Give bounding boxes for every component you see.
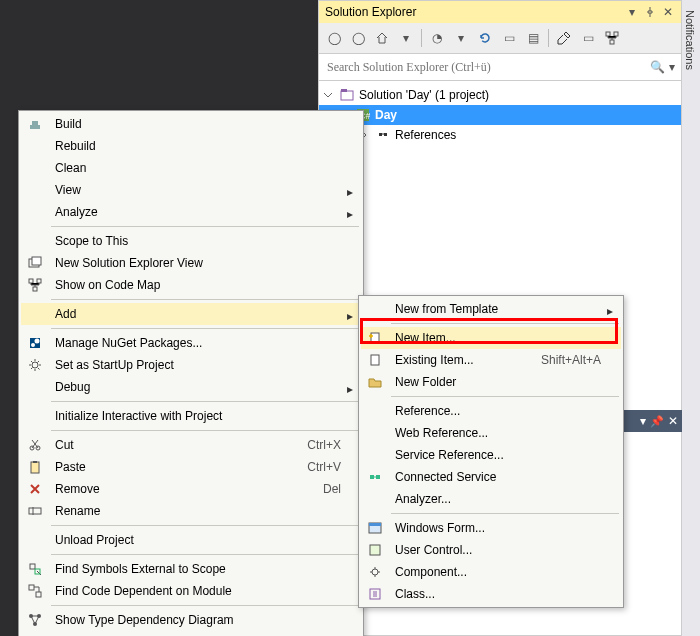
ctx-item-findcode[interactable]: Find Code Dependent on Module — [21, 580, 361, 602]
menu-item-label: Clean — [49, 161, 361, 175]
codemap-icon[interactable] — [601, 27, 623, 49]
separator — [421, 29, 422, 47]
ctx-item-add[interactable]: Add▸ — [21, 303, 361, 325]
menu-item-label: Component... — [389, 565, 621, 579]
ctx-item-remove[interactable]: RemoveDel — [21, 478, 361, 500]
svg-rect-23 — [33, 461, 37, 463]
add-item-anlz[interactable]: Analyzer... — [361, 488, 621, 510]
ctx-item-initinter[interactable]: Initialize Interactive with Project — [21, 405, 361, 427]
svg-rect-15 — [33, 287, 37, 291]
ctx-item-debug[interactable]: Debug▸ — [21, 376, 361, 398]
blank-icon — [361, 400, 389, 422]
add-item-existitem[interactable]: Existing Item...Shift+Alt+A — [361, 349, 621, 371]
dropdown-icon[interactable]: ▾ — [625, 5, 639, 19]
menu-item-label: New Solution Explorer View — [49, 256, 361, 270]
blank-icon — [21, 179, 49, 201]
add-item-webref[interactable]: Web Reference... — [361, 422, 621, 444]
collapse-icon[interactable]: ▭ — [498, 27, 520, 49]
menu-item-label: Remove — [49, 482, 323, 496]
ctx-item-paste[interactable]: PasteCtrl+V — [21, 456, 361, 478]
dropdown-icon[interactable]: ▾ — [640, 414, 646, 428]
ctx-item-analyze[interactable]: Analyze▸ — [21, 201, 361, 223]
refresh-icon[interactable] — [474, 27, 496, 49]
menu-item-label: Cut — [49, 438, 307, 452]
tree-row-project[interactable]: C# Day — [319, 105, 681, 125]
svg-rect-1 — [614, 32, 618, 36]
menu-separator — [51, 605, 359, 606]
ctx-item-newsev[interactable]: New Solution Explorer View — [21, 252, 361, 274]
back-icon[interactable]: ◯ — [323, 27, 345, 49]
menu-item-label: Unload Project — [49, 533, 361, 547]
expand-icon[interactable] — [323, 90, 335, 100]
pin-icon[interactable] — [643, 5, 657, 19]
add-item-newfolder[interactable]: New Folder — [361, 371, 621, 393]
svg-rect-3 — [341, 91, 353, 100]
userctl-icon — [361, 539, 389, 561]
showall-icon[interactable]: ▤ — [522, 27, 544, 49]
ctx-item-view[interactable]: View▸ — [21, 179, 361, 201]
svg-point-39 — [372, 569, 378, 575]
ctx-item-codemap[interactable]: Show on Code Map — [21, 274, 361, 296]
menu-separator — [51, 401, 359, 402]
menu-item-label: User Control... — [389, 543, 621, 557]
add-item-ref[interactable]: Reference... — [361, 400, 621, 422]
ctx-item-startup[interactable]: Set as StartUp Project — [21, 354, 361, 376]
tree-row-solution[interactable]: Solution 'Day' (1 project) — [319, 85, 681, 105]
add-item-class[interactable]: Class... — [361, 583, 621, 605]
type-dep-icon — [21, 609, 49, 631]
search-input[interactable] — [325, 59, 650, 76]
menu-item-label: Analyzer... — [389, 492, 621, 506]
ctx-item-findsym[interactable]: Find Symbols External to Scope — [21, 558, 361, 580]
home-icon[interactable] — [371, 27, 393, 49]
ctx-item-build[interactable]: Build — [21, 113, 361, 135]
ctx-item-rename[interactable]: Rename — [21, 500, 361, 522]
add-item-winform[interactable]: Windows Form... — [361, 517, 621, 539]
ctx-item-projdep[interactable]: Show Project Dependency Diagram — [21, 631, 361, 636]
pin-icon[interactable]: 📌 — [650, 415, 664, 428]
notifications-tab[interactable]: Notifications — [682, 0, 700, 636]
menu-item-label: New Folder — [389, 375, 621, 389]
forward-icon[interactable]: ◯ — [347, 27, 369, 49]
panel-title-bar[interactable]: Solution Explorer ▾ ✕ — [319, 1, 681, 23]
svg-rect-14 — [37, 279, 41, 283]
close-icon[interactable]: ✕ — [661, 5, 675, 19]
menu-item-label: Find Code Dependent on Module — [49, 584, 361, 598]
add-item-consvc[interactable]: Connected Service — [361, 466, 621, 488]
add-item-newtpl[interactable]: New from Template▸ — [361, 298, 621, 320]
ctx-item-cut[interactable]: CutCtrl+X — [21, 434, 361, 456]
project-context-menu: BuildRebuildCleanView▸Analyze▸Scope to T… — [18, 110, 364, 636]
sync-icon[interactable]: ▾ — [450, 27, 472, 49]
menu-item-label: Add — [49, 307, 361, 321]
ctx-item-clean[interactable]: Clean — [21, 157, 361, 179]
highlight-box — [360, 318, 618, 344]
svg-rect-28 — [36, 592, 41, 597]
paste-icon — [21, 456, 49, 478]
blank-icon — [361, 488, 389, 510]
search-bar[interactable]: 🔍 ▾ — [319, 54, 681, 81]
svg-rect-27 — [29, 585, 34, 590]
close-icon[interactable]: ✕ — [668, 414, 678, 428]
add-item-svcref[interactable]: Service Reference... — [361, 444, 621, 466]
svg-rect-34 — [370, 475, 374, 479]
svg-rect-7 — [379, 133, 382, 136]
preview-icon[interactable]: ▭ — [577, 27, 599, 49]
blank-icon — [361, 422, 389, 444]
ctx-item-typedep[interactable]: Show Type Dependency Diagram — [21, 609, 361, 631]
connected-icon — [361, 466, 389, 488]
ctx-item-unload[interactable]: Unload Project — [21, 529, 361, 551]
ctx-item-scope[interactable]: Scope to This — [21, 230, 361, 252]
tree-row-references[interactable]: References — [319, 125, 681, 145]
ctx-item-nuget[interactable]: Manage NuGet Packages... — [21, 332, 361, 354]
menu-separator — [391, 396, 619, 397]
submenu-arrow-icon: ▸ — [347, 207, 353, 221]
add-item-userctl[interactable]: User Control... — [361, 539, 621, 561]
menu-item-label: Paste — [49, 460, 307, 474]
view-icon[interactable]: ▾ — [395, 27, 417, 49]
ctx-item-rebuild[interactable]: Rebuild — [21, 135, 361, 157]
pending-icon[interactable]: ◔ — [426, 27, 448, 49]
chevron-down-icon[interactable]: ▾ — [669, 60, 675, 74]
add-item-comp[interactable]: Component... — [361, 561, 621, 583]
search-icon[interactable]: 🔍 — [650, 60, 665, 74]
find-ext-icon — [21, 558, 49, 580]
properties-icon[interactable] — [553, 27, 575, 49]
